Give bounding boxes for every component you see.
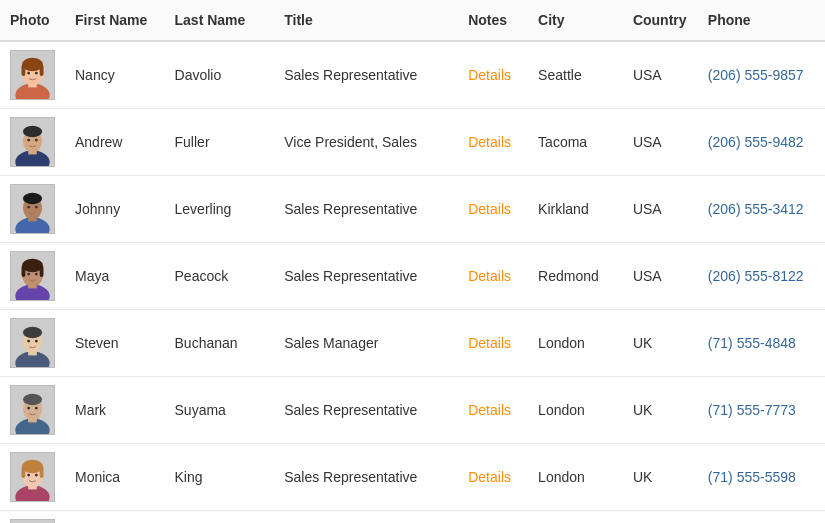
employee-lastname: Davolio <box>165 41 275 109</box>
employee-photo <box>10 117 55 167</box>
employee-photo <box>10 519 55 523</box>
header-city: City <box>528 0 623 41</box>
employee-city: Kirkland <box>528 176 623 243</box>
employee-phone-cell[interactable]: (71) 555-4848 <box>698 310 825 377</box>
employee-lastname: Callahan <box>165 511 275 524</box>
svg-rect-45 <box>40 466 44 477</box>
employee-photo <box>10 184 55 234</box>
phone-link[interactable]: (71) 555-4848 <box>708 335 796 351</box>
employee-title: Sales Representative <box>274 243 458 310</box>
employee-country: UK <box>623 377 698 444</box>
employee-title: Inside Sales Coordi... <box>274 511 458 524</box>
employee-photo <box>10 318 55 368</box>
employee-country: USA <box>623 243 698 310</box>
employee-country: UK <box>623 310 698 377</box>
employee-city: London <box>528 377 623 444</box>
employee-photo-cell <box>0 243 65 310</box>
svg-point-11 <box>23 126 42 137</box>
employee-notes-cell[interactable]: Details <box>458 377 528 444</box>
employee-lastname: Suyama <box>165 377 275 444</box>
svg-point-26 <box>27 273 30 276</box>
svg-rect-5 <box>40 64 44 75</box>
employee-title: Sales Representative <box>274 41 458 109</box>
employee-country: USA <box>623 109 698 176</box>
details-link[interactable]: Details <box>468 134 511 150</box>
employee-phone-cell[interactable]: (206) 555-8122 <box>698 243 825 310</box>
details-link[interactable]: Details <box>468 67 511 83</box>
employee-firstname: Steven <box>65 310 165 377</box>
employee-country: USA <box>623 176 698 243</box>
header-lastname: Last Name <box>165 0 275 41</box>
svg-point-7 <box>35 72 38 75</box>
phone-link[interactable]: (71) 555-5598 <box>708 469 796 485</box>
employee-photo-cell <box>0 511 65 524</box>
table-header-row: Photo First Name Last Name Title Notes C… <box>0 0 825 41</box>
phone-link[interactable]: (71) 555-7773 <box>708 402 796 418</box>
employee-phone-cell[interactable]: (206) 555-3412 <box>698 176 825 243</box>
employee-notes-cell[interactable]: Details <box>458 109 528 176</box>
details-link[interactable]: Details <box>468 402 511 418</box>
employee-notes-cell[interactable]: Details <box>458 243 528 310</box>
employee-photo-cell <box>0 444 65 511</box>
employee-firstname: Laura <box>65 511 165 524</box>
employee-lastname: Buchanan <box>165 310 275 377</box>
svg-rect-25 <box>40 265 44 276</box>
employee-city: London <box>528 444 623 511</box>
employee-photo-cell <box>0 109 65 176</box>
employee-photo <box>10 251 55 301</box>
svg-point-32 <box>27 340 30 343</box>
employee-city: London <box>528 310 623 377</box>
details-link[interactable]: Details <box>468 469 511 485</box>
employee-phone-cell[interactable]: (206) 555-9857 <box>698 41 825 109</box>
table-row: Johnny Leverling Sales Representative De… <box>0 176 825 243</box>
employee-lastname: Leverling <box>165 176 275 243</box>
employee-notes-cell[interactable]: Details <box>458 176 528 243</box>
svg-point-27 <box>35 273 38 276</box>
employee-firstname: Mark <box>65 377 165 444</box>
phone-link[interactable]: (206) 555-9482 <box>708 134 804 150</box>
employee-notes-cell[interactable]: Details <box>458 444 528 511</box>
svg-point-33 <box>35 340 38 343</box>
details-link[interactable]: Details <box>468 201 511 217</box>
employee-firstname: Johnny <box>65 176 165 243</box>
employee-notes-cell[interactable]: Details <box>458 310 528 377</box>
details-link[interactable]: Details <box>468 335 511 351</box>
employee-lastname: Fuller <box>165 109 275 176</box>
header-phone: Phone <box>698 0 825 41</box>
employee-photo-cell <box>0 176 65 243</box>
employee-notes-cell[interactable]: Details <box>458 41 528 109</box>
employee-phone-cell[interactable]: (71) 555-7773 <box>698 377 825 444</box>
header-notes: Notes <box>458 0 528 41</box>
table-row: Mark Suyama Sales Representative Details… <box>0 377 825 444</box>
svg-point-31 <box>23 327 42 338</box>
employee-photo-cell <box>0 310 65 377</box>
svg-point-38 <box>27 407 30 410</box>
table-row: Nancy Davolio Sales Representative Detai… <box>0 41 825 109</box>
phone-link[interactable]: (206) 555-9857 <box>708 67 804 83</box>
employee-country: USA <box>623 511 698 524</box>
phone-link[interactable]: (206) 555-8122 <box>708 268 804 284</box>
table-row: Andrew Fuller Vice President, Sales Deta… <box>0 109 825 176</box>
employee-phone-cell[interactable]: (71) 555-5598 <box>698 444 825 511</box>
employee-photo <box>10 452 55 502</box>
employee-title: Sales Representative <box>274 377 458 444</box>
svg-point-12 <box>27 139 30 142</box>
employee-firstname: Maya <box>65 243 165 310</box>
phone-link[interactable]: (206) 555-3412 <box>708 201 804 217</box>
employee-photo-cell <box>0 377 65 444</box>
employee-phone-cell[interactable]: (206) 555-9482 <box>698 109 825 176</box>
employee-country: USA <box>623 41 698 109</box>
svg-point-39 <box>35 407 38 410</box>
employee-country: UK <box>623 444 698 511</box>
employee-phone-cell[interactable]: (206) 555-1189 <box>698 511 825 524</box>
header-title: Title <box>274 0 458 41</box>
svg-rect-4 <box>22 64 26 75</box>
table-row: Steven Buchanan Sales Manager Details Lo… <box>0 310 825 377</box>
employee-title: Sales Manager <box>274 310 458 377</box>
employees-table: Photo First Name Last Name Title Notes C… <box>0 0 825 523</box>
employee-city: Seattle <box>528 41 623 109</box>
details-link[interactable]: Details <box>468 268 511 284</box>
svg-point-6 <box>27 72 30 75</box>
table-row: Maya Peacock Sales Representative Detail… <box>0 243 825 310</box>
employee-notes-cell[interactable]: Details <box>458 511 528 524</box>
